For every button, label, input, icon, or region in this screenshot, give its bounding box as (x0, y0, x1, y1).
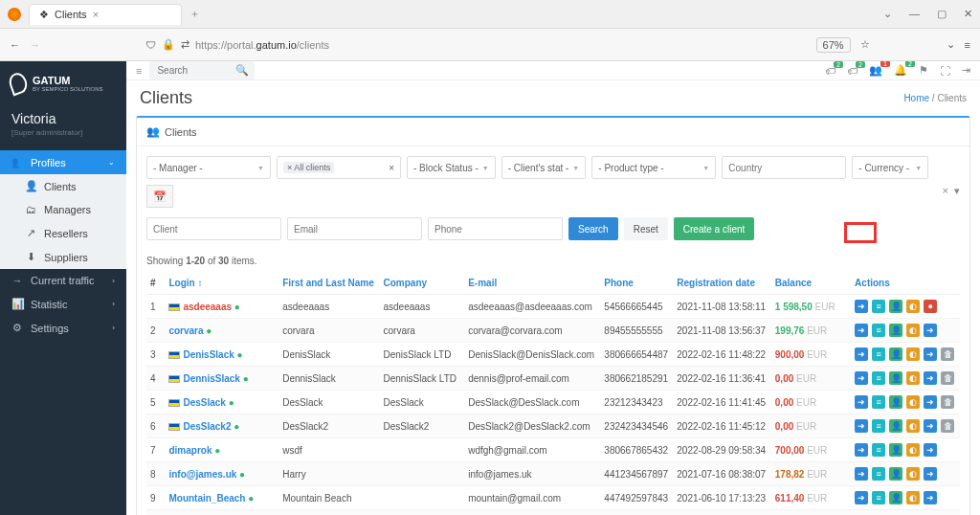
action-b-icon[interactable]: ➜ (855, 371, 868, 385)
col-phone[interactable]: Phone (600, 272, 673, 295)
new-tab-button[interactable]: ＋ (189, 7, 200, 21)
action-o-icon[interactable]: ◐ (906, 371, 920, 385)
filter-date[interactable]: 📅 (146, 185, 173, 208)
cell-login[interactable]: corvara ● (165, 319, 278, 343)
action-t-icon[interactable]: ≡ (872, 443, 885, 457)
pocket-icon[interactable]: ⌄ (947, 38, 955, 51)
col-first-and-last-name[interactable]: First and Last Name (278, 272, 379, 295)
window-maximize-icon[interactable]: ▢ (937, 8, 947, 20)
topbar-badge[interactable]: 🏷2 (847, 65, 858, 77)
filter-block-status[interactable]: - Block Status -▼ (407, 156, 496, 179)
filter-client-input[interactable] (146, 217, 281, 240)
sidebar-item-suppliers[interactable]: ⬇Suppliers (0, 245, 126, 269)
action-t-icon[interactable]: ≡ (872, 491, 885, 504)
address-bar[interactable]: 🛡 🔒 ⇄ https://portal.gatum.io/clients (145, 38, 329, 51)
sidebar-item-clients[interactable]: 👤Clients (0, 174, 126, 198)
action-t-icon[interactable]: ≡ (872, 324, 885, 337)
action-r-icon[interactable]: ● (924, 300, 937, 313)
cell-login[interactable]: DenisSlack ● (165, 343, 278, 367)
action-t-icon[interactable]: ≡ (872, 371, 885, 385)
action-t-icon[interactable]: ≡ (872, 395, 885, 409)
topbar-badge[interactable]: 🏷2 (825, 65, 835, 77)
window-close-icon[interactable]: ✕ (964, 8, 972, 20)
browser-tab[interactable]: ❖ Clients × (29, 4, 182, 25)
action-b-icon[interactable]: ➜ (924, 443, 937, 457)
cell-login[interactable]: asdeeaaas ● (165, 295, 278, 319)
action-o-icon[interactable]: ◐ (906, 419, 920, 433)
filter-country[interactable] (722, 156, 846, 179)
search-button[interactable]: Search (568, 217, 618, 240)
action-b-icon[interactable]: ➜ (855, 300, 868, 313)
action-b-icon[interactable]: ➜ (855, 347, 868, 361)
action-gr-icon[interactable]: 🗑 (941, 371, 954, 385)
expand-icon[interactable]: ⛶ (940, 65, 950, 77)
action-o-icon[interactable]: ◐ (906, 467, 920, 481)
cell-login[interactable]: info@james.uk ● (165, 462, 278, 486)
action-o-icon[interactable]: ◐ (906, 395, 920, 409)
action-g-icon[interactable]: 👤 (889, 371, 902, 385)
menu-toggle-icon[interactable]: ≡ (136, 65, 142, 77)
filter-phone-input[interactable] (428, 217, 563, 240)
topbar-badge[interactable]: 👥1 (869, 64, 882, 77)
cell-login[interactable]: Mountain_Beach1 ● (165, 510, 278, 516)
col-balance[interactable]: Balance (771, 272, 851, 295)
filter-product-type[interactable]: - Product type -▼ (591, 156, 716, 179)
action-o-icon[interactable]: ◐ (906, 443, 920, 457)
create-client-button[interactable]: Create a client (674, 217, 754, 240)
cell-login[interactable]: Mountain_Beach ● (165, 486, 278, 510)
action-g-icon[interactable]: 👤 (889, 419, 902, 433)
window-minimize-icon[interactable]: ― (909, 8, 920, 20)
filter-email-input[interactable] (287, 217, 422, 240)
app-menu-icon[interactable]: ≡ (965, 39, 970, 51)
cell-login[interactable]: DennisSlack ● (165, 367, 278, 391)
logout-icon[interactable]: ⇥ (962, 64, 970, 77)
action-b-icon[interactable]: ➜ (924, 467, 937, 481)
action-b-icon[interactable]: ➜ (855, 491, 868, 504)
bookmark-icon[interactable]: ☆ (860, 38, 870, 51)
col-registration-date[interactable]: Registration date (673, 272, 771, 295)
breadcrumb-home[interactable]: Home (903, 93, 929, 103)
action-g-icon[interactable]: 👤 (889, 467, 902, 481)
filter-clients[interactable]: × All clients× (277, 156, 401, 179)
action-gr-icon[interactable]: 🗑 (941, 347, 954, 361)
action-g-icon[interactable]: 👤 (889, 324, 902, 337)
sidebar-item-statistic[interactable]: 📊Statistic› (0, 292, 126, 316)
flag-icon[interactable]: ⚑ (919, 64, 928, 77)
filter-caret-icon[interactable]: ▾ (954, 185, 960, 208)
action-b-icon[interactable]: ➜ (924, 491, 937, 504)
tab-close-icon[interactable]: × (93, 9, 99, 20)
action-g-icon[interactable]: 👤 (889, 443, 902, 457)
nav-back-icon[interactable]: ← (10, 39, 20, 51)
reset-button[interactable]: Reset (624, 217, 668, 240)
action-t-icon[interactable]: ≡ (872, 347, 885, 361)
action-b-icon[interactable]: ➜ (924, 371, 937, 385)
filter-client-stat[interactable]: - Client's stat -▼ (501, 156, 587, 179)
action-o-icon[interactable]: ◐ (906, 347, 920, 361)
nav-forward-icon[interactable]: → (30, 39, 40, 51)
sidebar-item-current traffic[interactable]: →Current traffic› (0, 269, 126, 292)
col-login[interactable]: Login ↕ (165, 272, 278, 295)
action-b-icon[interactable]: ➜ (855, 467, 868, 481)
sidebar-item-resellers[interactable]: ↗Resellers (0, 221, 126, 245)
action-b-icon[interactable]: ➜ (855, 395, 868, 409)
col-actions[interactable]: Actions (851, 272, 960, 295)
window-caret-down-icon[interactable]: ⌄ (883, 8, 892, 20)
action-b-icon[interactable]: ➜ (924, 347, 937, 361)
search-icon[interactable]: 🔍 (235, 64, 249, 77)
action-g-icon[interactable]: 👤 (889, 491, 902, 504)
action-b-icon[interactable]: ➜ (855, 443, 868, 457)
action-gr-icon[interactable]: 🗑 (941, 395, 954, 409)
action-o-icon[interactable]: ◐ (906, 324, 920, 337)
sidebar-item-profiles[interactable]: 👥Profiles⌄ (0, 150, 126, 174)
action-g-icon[interactable]: 👤 (889, 395, 902, 409)
action-t-icon[interactable]: ≡ (872, 300, 885, 313)
action-g-icon[interactable]: 👤 (889, 347, 902, 361)
cell-login[interactable]: DesSlack2 ● (165, 414, 278, 438)
action-o-icon[interactable]: ◐ (906, 491, 920, 504)
col-company[interactable]: Company (379, 272, 464, 295)
action-b-icon[interactable]: ➜ (924, 324, 937, 337)
action-b-icon[interactable]: ➜ (855, 419, 868, 433)
cell-login[interactable]: DesSlack ● (165, 391, 278, 414)
zoom-level[interactable]: 67% (816, 37, 851, 53)
sidebar-item-settings[interactable]: ⚙Settings› (0, 316, 126, 340)
